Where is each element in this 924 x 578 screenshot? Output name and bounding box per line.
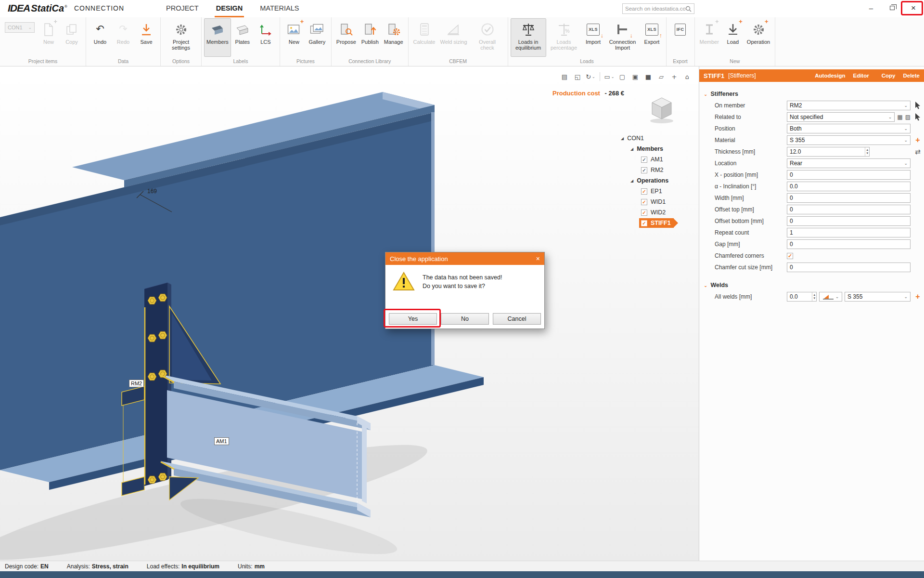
- tab-materials[interactable]: MATERIALS: [258, 0, 300, 17]
- tree-node-con1[interactable]: ◢ CON1: [619, 133, 699, 144]
- minimize-button[interactable]: –: [860, 0, 882, 16]
- thickness-stepper[interactable]: 12.0 ▴▾: [787, 147, 870, 157]
- swap-sides-icon[interactable]: ⇄: [915, 148, 921, 156]
- maximize-button[interactable]: [882, 0, 903, 16]
- on-member-select[interactable]: RM2⌄: [787, 101, 911, 110]
- weld-type-select[interactable]: ⌄: [819, 292, 842, 302]
- tree-node-rm2[interactable]: ✓ RM2: [619, 165, 699, 175]
- section-welds[interactable]: ⌄ Welds: [699, 279, 924, 291]
- home-view-button[interactable]: ⌂: [681, 71, 693, 82]
- view-transparent-button[interactable]: ▱: [655, 71, 667, 82]
- member-label-am1[interactable]: AM1: [214, 437, 229, 445]
- add-material-button[interactable]: +: [915, 136, 920, 144]
- tree-expand-icon[interactable]: ◢: [630, 147, 633, 151]
- ifc-export-button[interactable]: IFC: [669, 18, 692, 57]
- tree-node-ep1[interactable]: ✓ EP1: [619, 186, 699, 197]
- labels-plates-toggle[interactable]: Plates: [231, 18, 254, 57]
- section-stiffeners[interactable]: ⌄ Stiffeners: [699, 88, 924, 100]
- gap-input[interactable]: 0: [787, 239, 911, 249]
- location-select[interactable]: Rear⌄: [787, 158, 911, 168]
- dialog-close-icon[interactable]: ×: [536, 255, 540, 263]
- pick-plate-icon[interactable]: ▦: [897, 114, 902, 120]
- pick-cursor-icon[interactable]: [915, 102, 921, 109]
- x-position-input[interactable]: 0: [787, 170, 911, 180]
- loads-in-equilibrium-toggle[interactable]: Loads in equilibrium: [511, 18, 546, 57]
- publish-button[interactable]: Publish: [359, 18, 382, 57]
- new-picture-button[interactable]: + New: [282, 18, 306, 57]
- checkbox-checked[interactable]: ✓: [641, 188, 647, 195]
- copy-icon: [66, 24, 78, 35]
- checkbox-checked[interactable]: ✓: [641, 167, 647, 173]
- add-weld-material-button[interactable]: +: [915, 292, 920, 301]
- clipping-view-button[interactable]: ▤: [559, 71, 570, 82]
- status-analysis: Analysis:Stress, strain: [67, 563, 128, 570]
- weld-material-select[interactable]: S 355⌄: [845, 292, 911, 302]
- pan-view-button[interactable]: +: [668, 71, 680, 82]
- member-label-rm2[interactable]: RM2: [129, 380, 144, 387]
- connection-3d-scene[interactable]: [0, 66, 699, 561]
- view-axonometry-button[interactable]: ▢: [616, 71, 628, 82]
- tree-node-am1[interactable]: ✓ AM1: [619, 154, 699, 165]
- status-load-effects: Load effects:In equilibrium: [147, 563, 219, 570]
- propose-button[interactable]: Propose: [334, 18, 359, 57]
- tree-node-stiff1-selected[interactable]: ✓ STIFF1: [619, 218, 699, 228]
- tree-node-wid2[interactable]: ✓ WID2: [619, 207, 699, 218]
- checkbox-checked[interactable]: ✓: [641, 220, 647, 226]
- selection-mode-button[interactable]: ▭⌄: [603, 71, 615, 82]
- material-select[interactable]: S 355⌄: [787, 135, 911, 145]
- autodesign-button[interactable]: Autodesign: [815, 73, 845, 79]
- tree-node-wid1[interactable]: ✓ WID1: [619, 197, 699, 207]
- cancel-button[interactable]: Cancel: [493, 313, 541, 325]
- rotate-view-button[interactable]: ↻⌄: [585, 71, 596, 82]
- new-operation-button[interactable]: + Operation: [744, 18, 772, 57]
- pick-entity-icon[interactable]: ▨: [905, 114, 911, 120]
- chamfer-cut-size-input[interactable]: 0: [787, 263, 911, 272]
- offset-top-input[interactable]: 0: [787, 205, 911, 214]
- project-settings-button[interactable]: Project settings: [163, 18, 199, 57]
- close-button[interactable]: ×: [903, 0, 924, 16]
- tree-expand-icon[interactable]: ◢: [630, 179, 633, 183]
- labels-members-toggle[interactable]: Members: [204, 18, 231, 57]
- copy-operation-button[interactable]: Copy: [882, 73, 896, 79]
- tree-node-operations[interactable]: ◢ Operations: [619, 175, 699, 186]
- all-welds-stepper[interactable]: 0.0 ▴▾: [787, 292, 817, 302]
- xls-export-button[interactable]: XLS↑ Export: [641, 18, 664, 57]
- related-to-select[interactable]: Not specified⌄: [787, 112, 895, 122]
- zoom-fit-button[interactable]: ◱: [572, 71, 583, 82]
- position-select[interactable]: Both⌄: [787, 124, 911, 133]
- save-button[interactable]: Save: [135, 18, 158, 57]
- tab-design[interactable]: DESIGN: [215, 0, 244, 17]
- undo-button[interactable]: ↶ Undo: [89, 18, 112, 57]
- tree-expand-icon[interactable]: ◢: [621, 136, 624, 141]
- width-input[interactable]: 0: [787, 193, 911, 203]
- new-load-button[interactable]: + Load: [721, 18, 744, 57]
- tab-project[interactable]: PROJECT: [165, 0, 200, 17]
- view-top-button[interactable]: ▣: [629, 71, 641, 82]
- search-icon: [685, 6, 692, 12]
- manage-button[interactable]: Manage: [382, 18, 406, 57]
- tree-node-members[interactable]: ◢ Members: [619, 144, 699, 154]
- editor-button[interactable]: Editor: [853, 73, 869, 79]
- checkbox-checked[interactable]: ✓: [641, 199, 647, 205]
- no-button[interactable]: No: [441, 313, 489, 325]
- spin-down-icon[interactable]: ▾: [813, 297, 815, 300]
- yes-button[interactable]: Yes: [389, 313, 437, 325]
- inclination-input[interactable]: 0.0: [787, 182, 911, 191]
- search-input[interactable]: [625, 6, 685, 12]
- connection-import-button[interactable]: ↓ Connection Import: [605, 18, 641, 57]
- delete-operation-button[interactable]: Delete: [903, 73, 920, 79]
- spin-down-icon[interactable]: ▾: [866, 152, 868, 155]
- checkbox-checked[interactable]: ✓: [641, 157, 647, 163]
- checkbox-checked[interactable]: ✓: [641, 210, 647, 216]
- offset-bottom-input[interactable]: 0: [787, 216, 911, 226]
- gallery-button[interactable]: Gallery: [306, 18, 329, 57]
- xls-import-button[interactable]: XLS↓ Import: [582, 18, 605, 57]
- labels-lcs-toggle[interactable]: LCS: [254, 18, 277, 57]
- view-solid-button[interactable]: ■: [642, 71, 654, 82]
- repeat-count-input[interactable]: 1: [787, 228, 911, 237]
- prop-row-x-position: X - position [mm] 0: [699, 169, 924, 181]
- pick-cursor-icon[interactable]: [915, 113, 921, 121]
- navigation-cube[interactable]: [646, 95, 678, 126]
- chamfered-corners-checkbox[interactable]: ✓: [787, 253, 793, 259]
- warning-icon: [393, 272, 415, 291]
